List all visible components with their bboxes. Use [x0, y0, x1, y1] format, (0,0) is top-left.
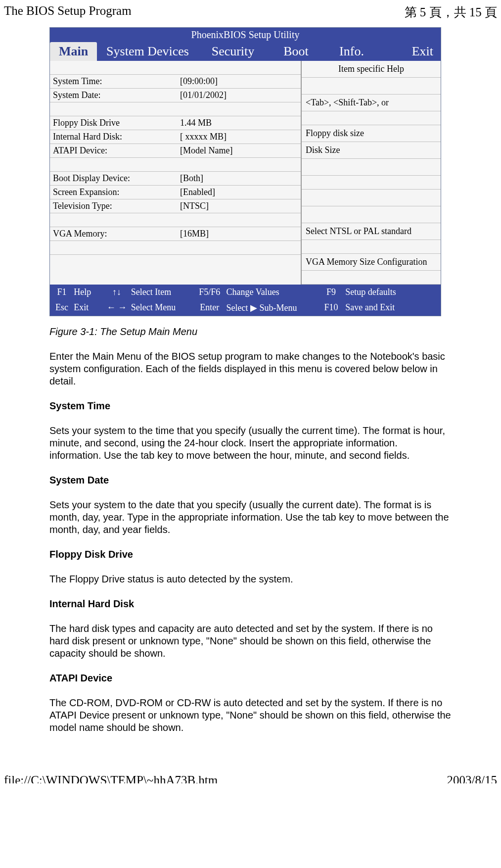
row-hdd[interactable]: Internal Hard Disk: [ xxxxx MB]: [50, 130, 301, 144]
value: [Model Name]: [180, 145, 301, 156]
value: [09:00:00]: [180, 76, 301, 87]
key-f9: F9: [317, 287, 346, 297]
page-footer: file://C:\WINDOWS\TEMP\~hhA73B.htm 2003/…: [0, 747, 501, 783]
label: System Date:: [50, 90, 180, 100]
help-screen-exp: [302, 206, 441, 223]
help-tv: Select NTSL or PAL standard: [302, 223, 441, 240]
spacer: [50, 213, 301, 227]
help-system-date: <Tab>, <Shift-Tab>, or: [302, 95, 441, 111]
bios-tab-bar: Main System Devices Security Boot Info. …: [50, 42, 441, 61]
help-vga: VGA Memory Size Configuration: [302, 254, 441, 271]
footer-date: 2003/8/15: [447, 773, 497, 783]
row-system-time[interactable]: System Time: [09:00:00]: [50, 75, 301, 89]
heading-floppy: Floppy Disk Drive: [49, 549, 452, 560]
footer-row-2: Esc Exit ← → Select Menu Enter Select ▶ …: [50, 300, 441, 316]
label-select-menu: Select Menu: [131, 302, 193, 313]
paragraph-system-time: Sets your system to the time that you sp…: [49, 425, 452, 462]
label: Screen Expansion:: [50, 187, 180, 197]
key-enter: Enter: [193, 302, 226, 313]
header-page-number: 第 5 頁，共 15 頁: [405, 4, 498, 20]
label-setup-defaults: Setup defaults: [345, 287, 441, 297]
paragraph-hdd: The hard disk types and capacity are aut…: [49, 623, 452, 660]
key-f1: F1: [50, 287, 74, 297]
tab-exit[interactable]: Exit: [379, 42, 441, 61]
spacer: [302, 176, 441, 190]
spacer: [50, 158, 301, 172]
label-select-item: Select Item: [131, 287, 193, 297]
help-system-time: [302, 78, 441, 95]
paragraph-floppy: The Floppy Drive status is auto detected…: [49, 573, 452, 585]
header-title: The BIOS Setup Program: [4, 4, 132, 20]
bios-fields: System Time: [09:00:00] System Date: [01…: [50, 61, 301, 285]
bios-help-panel: Item specific Help <Tab>, <Shift-Tab>, o…: [301, 61, 441, 285]
row-screen-expansion[interactable]: Screen Expansion: [Enabled]: [50, 186, 301, 199]
bios-footer: F1 Help ↑↓ Select Item F5/F6 Change Valu…: [50, 285, 441, 316]
row-system-date[interactable]: System Date: [01/01/2002]: [50, 89, 301, 102]
spacer: [50, 102, 301, 116]
help-atapi: [302, 159, 441, 176]
help-boot-display: [302, 190, 441, 206]
key-esc: Esc: [50, 302, 74, 313]
row-floppy[interactable]: Floppy Disk Drive 1.44 MB: [50, 116, 301, 130]
value: [Enabled]: [180, 187, 301, 197]
spacer: [50, 241, 301, 255]
key-f10: F10: [317, 302, 346, 313]
value: [01/01/2002]: [180, 90, 301, 100]
label: Television Type:: [50, 201, 180, 211]
spacer: [50, 61, 301, 75]
content: PhoenixBIOS Setup Utility Main System De…: [0, 27, 501, 734]
value: [Both]: [180, 173, 301, 184]
spacer: [302, 271, 441, 285]
heading-system-date: System Date: [49, 475, 452, 486]
figure-caption: Figure 3-1: The Setup Main Menu: [49, 326, 452, 338]
paragraph-atapi: The CD-ROM, DVD-ROM or CD-RW is auto det…: [49, 697, 452, 734]
tab-info[interactable]: Info.: [324, 42, 379, 61]
footer-file-path: file://C:\WINDOWS\TEMP\~hhA73B.htm: [4, 773, 218, 783]
value: [16MB]: [180, 229, 301, 239]
heading-atapi: ATAPI Device: [49, 673, 452, 684]
label: System Time:: [50, 76, 180, 87]
heading-hdd: Internal Hard Disk: [49, 598, 452, 610]
page-header: The BIOS Setup Program 第 5 頁，共 15 頁: [0, 0, 501, 27]
footer-row-1: F1 Help ↑↓ Select Item F5/F6 Change Valu…: [50, 285, 441, 300]
label-save-exit: Save and Exit: [345, 302, 441, 313]
value: [ xxxxx MB]: [180, 132, 301, 142]
tab-system-devices[interactable]: System Devices: [97, 42, 198, 61]
label: Internal Hard Disk:: [50, 132, 180, 142]
tab-main[interactable]: Main: [50, 42, 97, 61]
label-exit: Exit: [74, 302, 102, 313]
row-boot-display[interactable]: Boot Display Device: [Both]: [50, 172, 301, 186]
label: ATAPI Device:: [50, 145, 180, 156]
updown-icon: ↑↓: [102, 287, 131, 297]
leftright-icon: ← →: [102, 302, 131, 313]
tab-security[interactable]: Security: [198, 42, 268, 61]
bios-screenshot: PhoenixBIOS Setup Utility Main System De…: [49, 27, 441, 316]
label-select-sub: Select ▶ Sub-Menu: [226, 302, 317, 313]
label: VGA Memory:: [50, 229, 180, 239]
bios-body: System Time: [09:00:00] System Date: [01…: [50, 61, 441, 285]
row-vga-memory[interactable]: VGA Memory: [16MB]: [50, 227, 301, 241]
spacer: [302, 240, 441, 254]
help-floppy: Floppy disk size: [302, 125, 441, 142]
spacer: [302, 111, 441, 125]
value: 1.44 MB: [180, 118, 301, 128]
intro-paragraph: Enter the Main Menu of the BIOS setup pr…: [49, 350, 452, 387]
label-help: Help: [74, 287, 102, 297]
label-change-values: Change Values: [226, 287, 317, 297]
row-tv-type[interactable]: Television Type: [NTSC]: [50, 199, 301, 213]
value: [NTSC]: [180, 201, 301, 211]
bios-window-title: PhoenixBIOS Setup Utility: [50, 28, 441, 42]
tab-boot[interactable]: Boot: [268, 42, 324, 61]
row-atapi[interactable]: ATAPI Device: [Model Name]: [50, 144, 301, 158]
heading-system-time: System Time: [49, 400, 452, 412]
label: Floppy Disk Drive: [50, 118, 180, 128]
paragraph-system-date: Sets your system to the date that you sp…: [49, 499, 452, 536]
help-hdd: Disk Size: [302, 142, 441, 159]
key-f5f6: F5/F6: [193, 287, 226, 297]
help-header: Item specific Help: [302, 61, 441, 78]
label: Boot Display Device:: [50, 173, 180, 184]
